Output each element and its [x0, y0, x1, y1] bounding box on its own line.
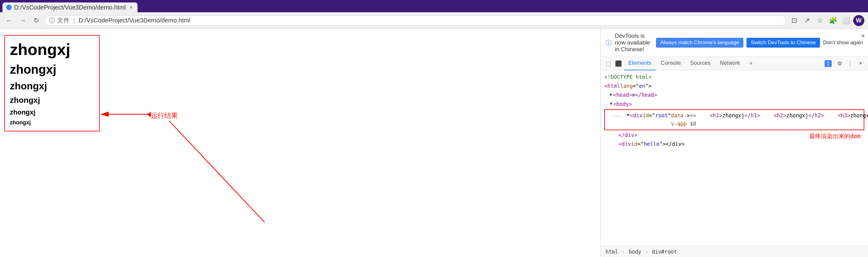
dom-head-line: ▶ <head> ⊙ </head>	[602, 90, 867, 100]
h1-content: zhongxj	[10, 40, 94, 59]
settings-button[interactable]: ⚙	[835, 59, 845, 69]
tab-console[interactable]: Console	[656, 57, 685, 70]
content-box: zhongxj zhongxj zhongxj zhongxj zhongxj …	[4, 35, 100, 132]
breadcrumb-body[interactable]: body	[627, 248, 643, 255]
notification-close-button[interactable]: ×	[861, 32, 865, 40]
address-bar[interactable]: ⓘ 文件 | D:/VsCodeProject/Vue3Demo/demo.ht…	[44, 15, 786, 26]
devtools-toolbar: ⬚ ⬛ Elements Console Sources Network » 1…	[600, 57, 868, 70]
h5-content: zhongxj	[10, 108, 94, 117]
tab-close-button[interactable]: ×	[128, 4, 134, 11]
h4-content: zhongxj	[10, 95, 94, 106]
sidebar-toggle-button[interactable]: ⬜	[840, 15, 851, 26]
dom-annotation-container: </div> 最终渲染出来的dom	[602, 131, 867, 140]
active-tab[interactable]: D:/VsCodeProject/Vue3Demo/demo.html ×	[2, 2, 137, 12]
tab-sources[interactable]: Sources	[686, 57, 715, 70]
tab-more[interactable]: »	[745, 57, 756, 70]
refresh-button[interactable]: ↻	[31, 15, 42, 26]
badge-notifications: 1	[825, 60, 832, 67]
extension-button[interactable]: 🧩	[827, 15, 838, 26]
dom-root-div-selected[interactable]: ... ▼ <div id="root" data-v-app> == $0 <…	[604, 109, 864, 130]
run-result-label: 运行结果	[151, 111, 178, 120]
always-match-button[interactable]: Always match Chrome's language	[656, 38, 743, 47]
dom-ellipsis: ...	[613, 111, 621, 119]
secure-icon: ⓘ	[49, 16, 55, 25]
h6-content: zhongxj	[10, 119, 94, 126]
h2-content: zhongxj	[10, 62, 94, 77]
cast-button[interactable]: ⊡	[788, 15, 800, 26]
breadcrumb-html[interactable]: html	[604, 248, 620, 255]
tab-title: D:/VsCodeProject/Vue3Demo/demo.html	[14, 4, 126, 11]
page-area: zhongxj zhongxj zhongxj zhongxj zhongxj …	[0, 29, 600, 257]
dom-root-open-line: ... ▼ <div id="root" data-v-app> == $0	[605, 111, 699, 128]
tab-network[interactable]: Network	[715, 57, 744, 70]
dom-hello-line: <div id="hello"></div>	[602, 140, 867, 149]
devtools-notification: ⓘ DevTools is now available in Chinese! …	[600, 29, 868, 57]
dom-annotation-label: 最终渲染出来的dom	[809, 132, 861, 141]
dom-h1-line: <h1>zhongxj</h1>	[699, 111, 763, 120]
dom-h2-line: <h2>zhongxj</h2>	[763, 111, 827, 120]
breadcrumb-div-root[interactable]: div#root	[650, 248, 679, 255]
back-button[interactable]: ←	[4, 15, 15, 26]
address-text: D:/VsCodeProject/Vue3Demo/demo.html	[79, 17, 781, 24]
browser-content: zhongxj zhongxj zhongxj zhongxj zhongxj …	[0, 29, 868, 257]
dom-h3-line: <h3>zhongxj</h3>	[827, 111, 868, 120]
tab-elements[interactable]: Elements	[624, 57, 656, 70]
dom-body-line: ▼ <body>	[602, 100, 867, 109]
address-separator: |	[73, 17, 75, 24]
switch-chinese-button[interactable]: Switch DevTools to Chinese	[746, 38, 820, 47]
bookmark-button[interactable]: ☆	[814, 15, 826, 26]
dont-show-button[interactable]: Don't show again	[823, 40, 863, 46]
svg-marker-4	[147, 112, 151, 117]
tab-bar: D:/VsCodeProject/Vue3Demo/demo.html ×	[0, 0, 868, 12]
inspect-element-button[interactable]: ⬚	[603, 59, 613, 69]
tab-favicon	[6, 5, 12, 10]
notification-text: DevTools is now available in Chinese!	[615, 33, 653, 53]
profile-avatar[interactable]: W	[853, 15, 864, 26]
devtools-breadcrumb: html › body › div#root	[600, 246, 868, 257]
address-prefix: 文件	[57, 16, 69, 25]
browser-window: D:/VsCodeProject/Vue3Demo/demo.html × ← …	[0, 0, 868, 257]
info-icon: ⓘ	[606, 39, 612, 47]
navigation-bar: ← → ↻ ⓘ 文件 | D:/VsCodeProject/Vue3Demo/d…	[0, 12, 868, 29]
devtools-panel: ⓘ DevTools is now available in Chinese! …	[600, 29, 868, 257]
dom-html-line: <html lang="en">	[602, 82, 867, 90]
more-options-button[interactable]: ⋮	[845, 59, 855, 69]
svg-line-1	[169, 121, 265, 222]
devtools-dom-tree[interactable]: <!DOCTYPE html> <html lang="en"> ▶ <head…	[600, 70, 868, 246]
share-button[interactable]: ↗	[802, 15, 813, 26]
close-devtools-button[interactable]: ×	[856, 59, 866, 69]
nav-action-buttons: ⊡ ↗ ☆ 🧩 ⬜ W	[788, 15, 864, 26]
forward-button[interactable]: →	[17, 15, 28, 26]
device-toggle-button[interactable]: ⬛	[614, 59, 623, 69]
h3-content: zhongxj	[10, 80, 94, 93]
dom-root-close-line: </div> 最终渲染出来的dom	[602, 131, 867, 140]
dom-doctype-line: <!DOCTYPE html>	[602, 73, 867, 82]
